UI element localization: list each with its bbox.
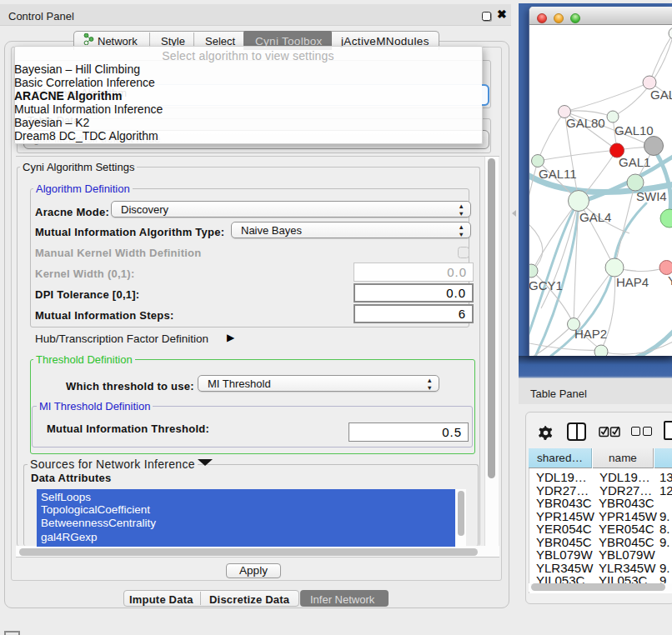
svg-text:HAP4: HAP4	[616, 275, 649, 289]
svg-text:SWI4: SWI4	[636, 189, 667, 203]
svg-text:Y: Y	[668, 273, 672, 288]
svg-text:GAL10: GAL10	[614, 123, 654, 138]
svg-text:GAL4: GAL4	[579, 210, 611, 224]
svg-text:GAL11: GAL11	[539, 167, 577, 181]
svg-text:GAL: GAL	[650, 88, 672, 102]
svg-text:GAL80: GAL80	[566, 116, 605, 130]
svg-text:GCY1: GCY1	[529, 278, 563, 292]
svg-text:HAP2: HAP2	[574, 327, 607, 341]
svg-text:GAL1: GAL1	[619, 155, 650, 169]
